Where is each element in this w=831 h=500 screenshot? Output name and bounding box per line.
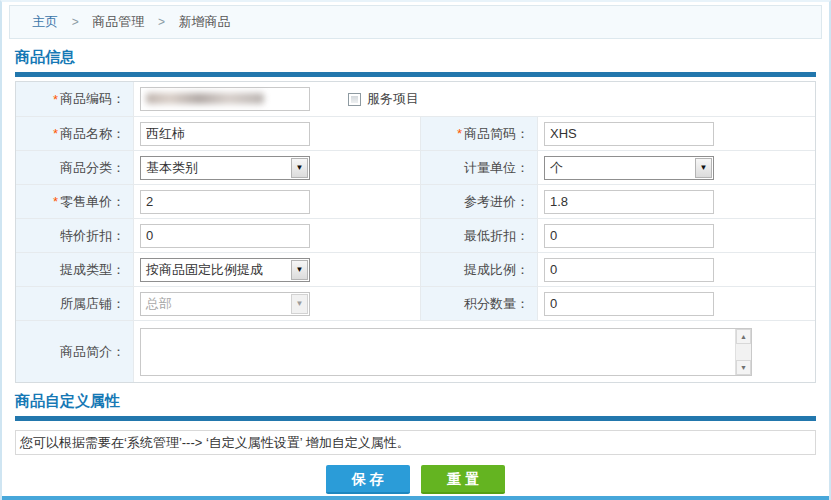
form-row-name-shortcode: * 商品名称： * 商品简码： <box>16 116 815 150</box>
page-bottom-bar <box>2 496 829 500</box>
chevron-down-icon: ▼ <box>695 158 712 178</box>
required-asterisk: * <box>53 126 58 141</box>
section-title-custom-attributes: 商品自定义属性 <box>15 392 816 411</box>
form-row-category-unit: 商品分类： 基本类别 ▼ 计量单位： 个 ▼ <box>16 150 815 184</box>
save-button[interactable]: 保 存 <box>326 465 410 494</box>
section-divider-bar <box>15 72 816 77</box>
service-item-label: 服务项目 <box>367 90 419 108</box>
required-asterisk: * <box>53 194 58 209</box>
store-cell: 总部 ▼ <box>133 287 420 320</box>
required-asterisk: * <box>53 92 58 107</box>
product-name-label: * 商品名称： <box>16 117 133 150</box>
product-shortcode-input[interactable] <box>544 122 714 146</box>
breadcrumb-separator-icon: > <box>72 15 79 29</box>
commission-ratio-cell <box>537 253 815 286</box>
retail-price-input[interactable] <box>140 190 310 214</box>
points-cell <box>537 287 815 320</box>
special-discount-input[interactable] <box>140 224 310 248</box>
redacted-product-code <box>146 93 264 104</box>
form-row-discounts: 特价折扣： 最低折扣： <box>16 218 815 252</box>
product-shortcode-label: * 商品简码： <box>420 117 537 150</box>
content-area: 商品信息 * 商品编码： 服务项目 <box>2 48 829 494</box>
unit-select[interactable]: 个 ▼ <box>544 156 714 180</box>
commission-type-select[interactable]: 按商品固定比例提成 ▼ <box>140 258 310 282</box>
special-discount-cell <box>133 219 420 252</box>
custom-attributes-notice: 您可以根据需要在‘系统管理’---> ‘自定义属性设置’ 增加自定义属性。 <box>15 430 816 455</box>
product-code-cell: 服务项目 <box>133 82 815 116</box>
commission-type-label: 提成类型： <box>16 253 133 286</box>
textarea-scrollbar[interactable]: ▲ ▼ <box>735 329 751 375</box>
breadcrumb-home-link[interactable]: 主页 <box>32 14 58 29</box>
category-label: 商品分类： <box>16 151 133 184</box>
description-textarea-frame: ▲ ▼ <box>140 328 752 376</box>
store-select: 总部 ▼ <box>140 292 310 316</box>
chevron-down-icon: ▼ <box>291 260 308 280</box>
retail-price-label: * 零售单价： <box>16 185 133 218</box>
unit-label: 计量单位： <box>420 151 537 184</box>
form-row-description: 商品简介： ▲ ▼ <box>16 320 815 382</box>
product-name-cell <box>133 117 420 150</box>
breadcrumb-separator-icon: > <box>158 15 165 29</box>
scroll-up-icon[interactable]: ▲ <box>736 329 751 344</box>
section-divider-bar <box>15 416 816 421</box>
points-label: 积分数量： <box>420 287 537 320</box>
chevron-down-icon: ▼ <box>291 294 308 314</box>
reference-price-input[interactable] <box>544 190 714 214</box>
chevron-down-icon: ▼ <box>291 158 308 178</box>
reset-button[interactable]: 重 置 <box>421 465 505 494</box>
commission-ratio-input[interactable] <box>544 258 714 282</box>
reference-price-label: 参考进价： <box>420 185 537 218</box>
breadcrumb-current-page: 新增商品 <box>179 14 231 29</box>
add-product-page: 主页 > 商品管理 > 新增商品 商品信息 * 商品编码： <box>0 0 831 500</box>
breadcrumb-product-management-link[interactable]: 商品管理 <box>92 14 144 29</box>
service-item-checkbox[interactable] <box>348 93 361 106</box>
required-asterisk: * <box>457 126 462 141</box>
form-row-product-code: * 商品编码： 服务项目 <box>16 82 815 116</box>
service-item-group: 服务项目 <box>348 90 419 108</box>
scroll-down-icon[interactable]: ▼ <box>736 360 751 375</box>
product-info-form: * 商品编码： 服务项目 * 商品 <box>15 81 816 383</box>
unit-cell: 个 ▼ <box>537 151 815 184</box>
commission-type-cell: 按商品固定比例提成 ▼ <box>133 253 420 286</box>
category-cell: 基本类别 ▼ <box>133 151 420 184</box>
points-input[interactable] <box>544 292 714 316</box>
section-title-product-info: 商品信息 <box>15 48 816 67</box>
min-discount-cell <box>537 219 815 252</box>
commission-ratio-label: 提成比例： <box>420 253 537 286</box>
form-row-store-points: 所属店铺： 总部 ▼ 积分数量： <box>16 286 815 320</box>
product-shortcode-cell <box>537 117 815 150</box>
form-row-commission: 提成类型： 按商品固定比例提成 ▼ 提成比例： <box>16 252 815 286</box>
min-discount-input[interactable] <box>544 224 714 248</box>
store-label: 所属店铺： <box>16 287 133 320</box>
retail-price-cell <box>133 185 420 218</box>
product-name-input[interactable] <box>140 122 310 146</box>
form-actions: 保 存 重 置 <box>15 465 816 494</box>
description-cell: ▲ ▼ <box>133 321 815 382</box>
category-select[interactable]: 基本类别 ▼ <box>140 156 310 180</box>
reference-price-cell <box>537 185 815 218</box>
description-label: 商品简介： <box>16 321 133 382</box>
special-discount-label: 特价折扣： <box>16 219 133 252</box>
description-textarea[interactable] <box>141 329 734 375</box>
breadcrumb: 主页 > 商品管理 > 新增商品 <box>9 5 822 39</box>
form-row-prices: * 零售单价： 参考进价： <box>16 184 815 218</box>
product-code-label: * 商品编码： <box>16 82 133 116</box>
min-discount-label: 最低折扣： <box>420 219 537 252</box>
